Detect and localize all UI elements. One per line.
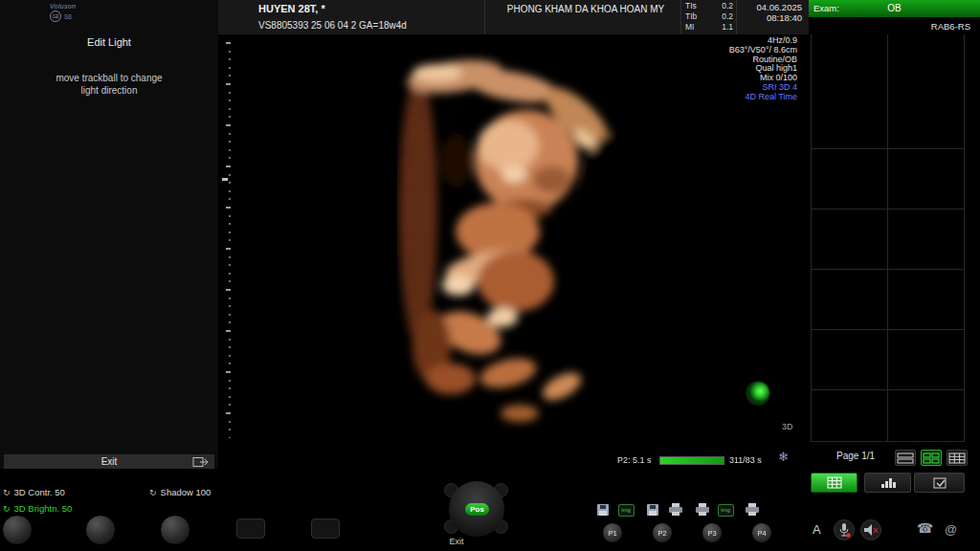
patient-id-line: VS8805393 25 06 04 2 GA=18w4d [258, 20, 407, 31]
rotary-control-3d-brightn: ↻ 3D Brightn. 50 [3, 503, 72, 514]
phone-icon[interactable]: ☎ [917, 520, 933, 536]
trackball-mode-pill[interactable]: Pos [465, 503, 489, 516]
cine-progress-fill [660, 457, 724, 464]
ti-row: TIb 0.2 [685, 11, 733, 22]
frame-counter: 311/83 s [729, 455, 762, 465]
header-divider [680, 0, 681, 34]
table-icon [827, 476, 842, 489]
grid-line [811, 441, 965, 442]
pkey-p2[interactable]: P2 [652, 522, 673, 543]
header-divider [484, 0, 485, 34]
quad-view-icon [923, 452, 940, 464]
pkey-p4[interactable]: P4 [751, 522, 772, 543]
grid-line [811, 269, 965, 270]
grid-line [964, 34, 965, 442]
ti-row: TIs 0.2 [685, 1, 733, 11]
pkey-p1[interactable]: P1 [602, 522, 623, 543]
checklist-button[interactable] [914, 473, 965, 493]
freeze-icon: ❄ [778, 450, 789, 464]
brand-logo: Voluson GE S8 [50, 3, 76, 22]
tis-value: 0.2 [722, 1, 733, 11]
clipboard-grid[interactable] [811, 34, 965, 442]
grid-line [811, 148, 965, 149]
flat-button-1[interactable] [236, 518, 265, 539]
ge-logo-text: GE [52, 13, 58, 19]
save-image-icon[interactable]: img [716, 501, 735, 518]
microphone-icon [837, 522, 851, 539]
keyboard-a-key[interactable]: A [813, 522, 821, 537]
grid-line [811, 329, 965, 330]
save-icon[interactable] [643, 501, 662, 518]
print-icon[interactable] [743, 501, 762, 518]
param-line-4d: 4D Real Time [729, 93, 797, 102]
rotary-knob-1[interactable] [2, 515, 33, 545]
depth-ruler-major-ticks [226, 42, 231, 438]
layout-split-button[interactable] [895, 450, 916, 466]
exam-bar[interactable]: Exam: OB [809, 0, 980, 17]
histogram-button[interactable] [864, 473, 911, 493]
floppy-icon [646, 503, 659, 517]
print-icon[interactable] [666, 501, 685, 518]
printer-icon [695, 503, 710, 517]
at-sign-icon[interactable]: @ [945, 522, 957, 537]
exit-button-label: Exit [101, 456, 118, 467]
focus-marker [222, 178, 228, 181]
orientation-label: 3D [782, 422, 793, 431]
exam-time: 08:18:40 [739, 12, 802, 23]
rotate-icon: ↻ [149, 488, 157, 497]
save-icon[interactable] [593, 501, 612, 518]
rotary-label-3d-brightn: 3D Brightn. 50 [14, 503, 73, 514]
left-control-panel: Voluson GE S8 Edit Light move trackball … [0, 0, 218, 469]
hint-line-1: move trackball to change [56, 73, 162, 83]
exit-icon [192, 456, 210, 468]
flat-button-2[interactable] [311, 518, 340, 539]
layout-quad-button[interactable] [921, 450, 942, 466]
speaker-button[interactable] [860, 519, 881, 540]
light-direction-ball[interactable] [746, 381, 770, 406]
trackball-hint: move trackball to change light direction [0, 72, 218, 97]
thumbnail-grid-button[interactable] [811, 473, 858, 493]
hospital-name: PHONG KHAM DA KHOA HOAN MY [490, 4, 681, 14]
ti-row: MI 1.1 [685, 22, 733, 33]
print-icon[interactable] [693, 501, 712, 518]
exam-date: 04.06.2025 [739, 2, 802, 12]
printer-icon [745, 503, 760, 517]
patient-name: HUYEN 28T, * [258, 3, 325, 14]
ge-logo-icon: GE [50, 11, 61, 22]
checkmark-icon [932, 475, 947, 490]
pkey-p3[interactable]: P3 [702, 522, 723, 543]
speaker-icon [863, 523, 879, 537]
brand-voluson-label: Voluson [50, 3, 76, 10]
mi-value: 1.1 [722, 22, 733, 33]
rotary-control-shadow: ↻ Shadow 100 [149, 487, 211, 497]
tib-value: 0.2 [722, 11, 733, 22]
datetime-block: 04.06.2025 08:18:40 [739, 2, 802, 23]
ultrasound-image-area[interactable]: 4Hz/0.9 B63°/V50°/ 8.6cm Routine/OB Qual… [218, 34, 809, 469]
progress-label: P2: 5.1 s [617, 455, 652, 465]
rotate-icon: ↻ [3, 488, 11, 497]
floppy-icon [596, 503, 610, 517]
rotary-knob-3[interactable] [160, 515, 190, 545]
layout-grid-button[interactable] [947, 450, 968, 466]
probe-name: RAB6-RS [919, 21, 970, 32]
rotary-control-3d-contr: ↻ 3D Contr. 50 [3, 487, 65, 497]
panel-title: Edit Light [0, 36, 218, 48]
exit-button[interactable]: Exit [4, 454, 214, 469]
exam-value: OB [809, 3, 980, 13]
grid-view-icon [948, 452, 966, 464]
rotate-icon: ↻ [3, 504, 11, 514]
rotary-knob-2[interactable] [85, 515, 116, 545]
patient-info-bar: HUYEN 28T, * PHONG KHAM DA KHOA HOAN MY … [218, 0, 809, 34]
brand-model-label: S8 [64, 13, 72, 20]
grid-line [811, 389, 965, 390]
grid-line [887, 34, 888, 442]
fetus-3d-render [397, 48, 636, 435]
microphone-button[interactable] [834, 519, 855, 540]
cine-progress-bar[interactable] [659, 456, 724, 465]
img-badge: img [718, 504, 734, 517]
mi-label: MI [685, 22, 694, 33]
page-indicator: Page 1/1 [836, 451, 875, 461]
header-divider [736, 0, 737, 34]
printer-icon [668, 503, 683, 517]
save-image-icon[interactable]: img [616, 501, 635, 518]
